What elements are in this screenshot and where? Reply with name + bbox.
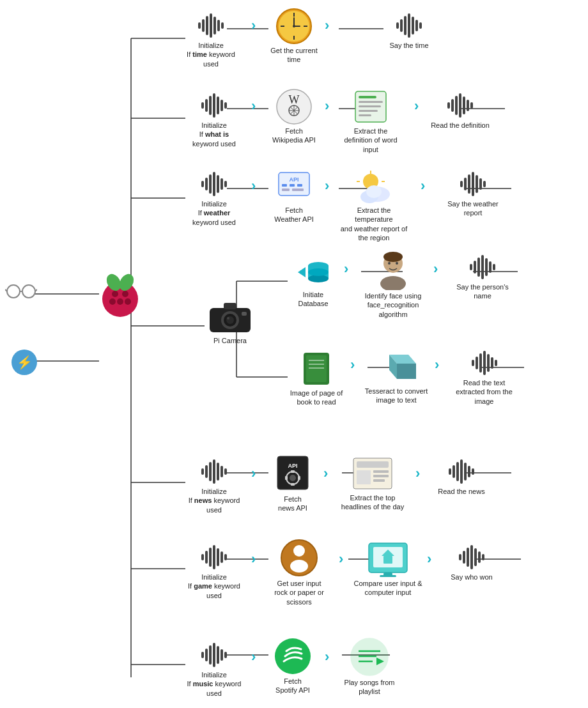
row6-spotify-label: FetchSpotify API <box>275 677 310 695</box>
svg-point-33 <box>7 285 20 298</box>
svg-rect-65 <box>359 105 381 107</box>
camera-label: Pi Camera <box>213 336 247 345</box>
say-name-node: Say the person's name <box>447 254 518 301</box>
row4-newsapi-node: API Fetchnews API <box>267 455 318 513</box>
clock-icon <box>275 8 313 45</box>
row2-output-waveform <box>444 93 477 118</box>
row3-chevron1: › <box>251 178 256 194</box>
svg-marker-90 <box>298 267 306 277</box>
row5-output-waveform <box>455 544 488 570</box>
row6-init-node: InitializeIf music keyword used <box>185 642 243 698</box>
row5-compare-node: Compare user input & computer input <box>353 538 423 597</box>
svg-point-124 <box>290 560 308 573</box>
row4-output-waveform <box>445 459 478 484</box>
svg-text:W: W <box>289 93 300 106</box>
row4-chevron3: › <box>415 465 420 482</box>
row6-spotify-node: FetchSpotify API <box>267 637 318 695</box>
svg-rect-84 <box>224 303 236 309</box>
tesseract-node: Tesseract to convert image to text <box>364 348 428 405</box>
row3-weatherapi-node: API FetchWeather API <box>268 167 320 224</box>
game-icon <box>279 538 319 578</box>
svg-rect-63 <box>359 96 376 98</box>
svg-point-96 <box>383 252 403 262</box>
row2-wiki-node: W FetchWikipedia API <box>268 88 320 145</box>
svg-rect-66 <box>359 110 378 112</box>
weather-api-icon: API <box>275 167 313 204</box>
row5-game-node: Get user inputrock or paper or scissors <box>267 538 331 606</box>
row5-chevron1: › <box>251 551 256 567</box>
row2-extract-label: Extract thedefinition of word input <box>339 127 403 154</box>
wikipedia-icon: W <box>275 88 313 125</box>
db-node: Initiate Database <box>288 256 339 309</box>
row4-chevron2: › <box>323 465 328 482</box>
row3-weather-label: Extract the temperatureand weather repor… <box>339 206 409 242</box>
row5-init-node: InitializeIf game keyword used <box>185 544 243 600</box>
row3-weatherapi-label: FetchWeather API <box>274 206 314 224</box>
svg-point-43 <box>125 298 131 305</box>
row6-waveform <box>197 642 231 668</box>
row4-chevron1: › <box>251 465 256 482</box>
row1-clock-label: Get the currenttime <box>270 46 317 65</box>
database-icon <box>297 256 330 289</box>
row3-weather-node: Extract the temperatureand weather repor… <box>339 167 409 242</box>
svg-point-131 <box>275 638 311 674</box>
row6-playlist-node: Play songs from playlist <box>337 637 401 696</box>
svg-point-94 <box>308 268 329 276</box>
svg-point-88 <box>227 317 229 319</box>
svg-rect-117 <box>357 461 389 468</box>
row5-chevron2: › <box>339 551 343 567</box>
row3-output-waveform <box>456 171 490 197</box>
row4-output-label: Read the news <box>438 487 484 496</box>
svg-rect-115 <box>298 476 300 480</box>
svg-rect-119 <box>373 470 389 473</box>
compare-icon <box>366 538 410 578</box>
svg-point-41 <box>117 298 123 305</box>
row3-output-label: Say the weather report <box>438 199 508 218</box>
svg-point-34 <box>22 285 35 298</box>
row2-output-label: Read the definition <box>431 121 490 130</box>
row6-playlist-label: Play songs from playlist <box>337 678 401 696</box>
row2-output-node: Read the definition <box>428 93 492 130</box>
row3-init-node: InitializeIf weather keyword used <box>185 171 243 227</box>
row1-output-label: Say the time <box>389 41 428 50</box>
book-chevron1: › <box>350 357 355 373</box>
raspberry-pi-icon <box>95 268 146 319</box>
row3-chevron3: › <box>421 178 425 194</box>
face-icon <box>375 250 412 290</box>
row1-clock-node: Get the currenttime <box>268 8 320 65</box>
svg-rect-72 <box>297 184 302 187</box>
row2-init-node: InitializeIf what is keyword used <box>185 93 243 148</box>
db-label: Initiate Database <box>288 290 339 309</box>
row6-chevron2: › <box>325 649 329 665</box>
row4-headlines-label: Extract the topheadlines of the day <box>341 493 404 512</box>
row5-output-label: Say who won <box>451 573 492 581</box>
row5-waveform <box>197 544 231 570</box>
row3-output-node: Say the weather report <box>435 171 511 218</box>
svg-rect-89 <box>242 312 247 316</box>
svg-rect-121 <box>373 479 385 482</box>
book-icon <box>300 350 333 387</box>
read-text-waveform <box>468 350 501 376</box>
camera-node: Pi Camera <box>205 300 256 345</box>
row3-init-label: InitializeIf weather keyword used <box>185 199 243 227</box>
svg-rect-127 <box>380 575 396 577</box>
row4-headlines-node: Extract the topheadlines of the day <box>337 455 408 512</box>
lightning-node: ⚡ <box>12 350 37 375</box>
book-label: Image of page of book to read <box>288 389 345 407</box>
row4-newsapi-label: Fetchnews API <box>278 495 307 513</box>
weather-icon <box>352 167 396 204</box>
row1-output-waveform <box>392 13 426 38</box>
svg-rect-70 <box>282 184 287 187</box>
row2-waveform <box>197 93 231 118</box>
playlist-icon <box>350 637 389 677</box>
svg-point-54 <box>293 25 295 27</box>
svg-rect-120 <box>373 475 389 477</box>
row1-chevron2: › <box>325 17 329 34</box>
say-name-waveform <box>466 254 499 280</box>
svg-point-123 <box>293 545 305 557</box>
row4-waveform <box>197 459 231 484</box>
face-node: Identify face using face_recognition alg… <box>358 250 428 319</box>
svg-rect-114 <box>285 476 288 480</box>
row4-init-label: InitializeIf news keyword used <box>185 487 243 514</box>
svg-point-40 <box>122 291 128 297</box>
